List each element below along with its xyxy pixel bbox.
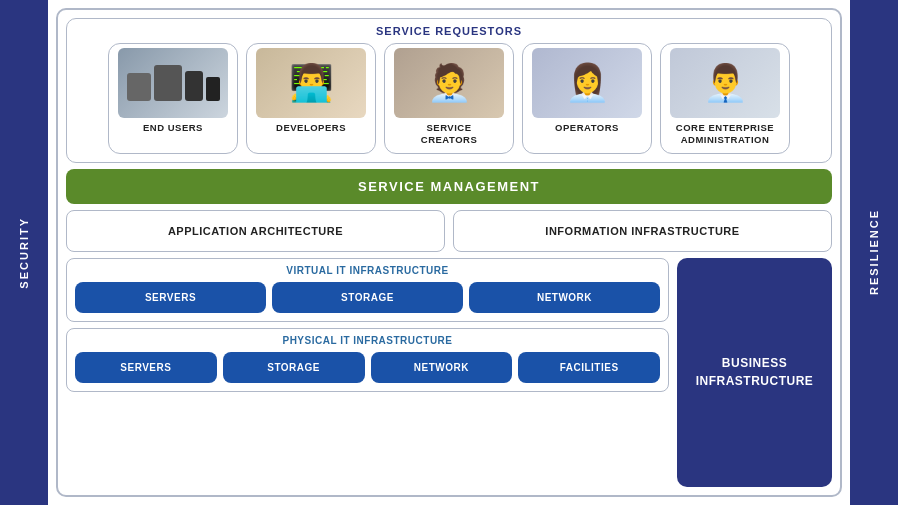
physical-it-buttons: SERVERS STORAGE NETWORK FACILITIES xyxy=(75,352,660,383)
info-infrastructure-label: INFORMATION INFRASTRUCTURE xyxy=(545,225,739,237)
virtual-storage-btn[interactable]: STORAGE xyxy=(272,282,463,313)
developer-icon: 👨‍💻 xyxy=(256,48,366,118)
devices-icon xyxy=(127,65,220,101)
virtual-it-group: VIRTUAL IT INFRASTRUCTURE SERVERS STORAG… xyxy=(66,258,669,322)
service-creator-icon: 🧑‍💼 xyxy=(394,48,504,118)
main-content: SERVICE REQUESTORS END USERS xyxy=(48,0,850,505)
card-image-operators: 👩‍💼 xyxy=(532,48,642,118)
virtual-network-btn[interactable]: NETWORK xyxy=(469,282,660,313)
phone2-device xyxy=(206,77,220,101)
physical-it-title: PHYSICAL IT INFRASTRUCTURE xyxy=(75,335,660,346)
requestors-row: END USERS 👨‍💻 DEVELOPERS 🧑‍💼 xyxy=(77,43,821,154)
enterprise-icon: 👨‍💼 xyxy=(670,48,780,118)
service-requestors-title: SERVICE REQUESTORS xyxy=(77,25,821,37)
card-end-users: END USERS xyxy=(108,43,238,154)
security-sidebar: SECURITY xyxy=(0,0,48,505)
card-label-operators: OPERATORS xyxy=(555,122,619,134)
main-layout: SECURITY SERVICE REQUESTORS xyxy=(0,0,898,505)
business-infrastructure-box: BUSINESSINFRASTRUCTURE xyxy=(677,258,832,487)
outer-border: SERVICE REQUESTORS END USERS xyxy=(56,8,842,497)
card-developers: 👨‍💻 DEVELOPERS xyxy=(246,43,376,154)
virtual-it-buttons: SERVERS STORAGE NETWORK xyxy=(75,282,660,313)
resilience-label: RESILIENCE xyxy=(868,209,880,295)
app-info-row: APPLICATION ARCHITECTURE INFORMATION INF… xyxy=(66,210,832,252)
physical-storage-btn[interactable]: STORAGE xyxy=(223,352,365,383)
card-image-core-enterprise: 👨‍💼 xyxy=(670,48,780,118)
it-infra-column: VIRTUAL IT INFRASTRUCTURE SERVERS STORAG… xyxy=(66,258,669,487)
bottom-section: VIRTUAL IT INFRASTRUCTURE SERVERS STORAG… xyxy=(66,258,832,487)
card-label-developers: DEVELOPERS xyxy=(276,122,346,134)
virtual-it-title: VIRTUAL IT INFRASTRUCTURE xyxy=(75,265,660,276)
business-infrastructure-label: BUSINESSINFRASTRUCTURE xyxy=(696,354,814,390)
card-service-creators: 🧑‍💼 SERVICE CREATORS xyxy=(384,43,514,154)
card-label-core-enterprise: CORE ENTERPRISE ADMINISTRATION xyxy=(676,122,774,147)
card-operators: 👩‍💼 OPERATORS xyxy=(522,43,652,154)
phone-device xyxy=(185,71,203,101)
app-architecture-box: APPLICATION ARCHITECTURE xyxy=(66,210,445,252)
card-image-developers: 👨‍💻 xyxy=(256,48,366,118)
service-requestors-section: SERVICE REQUESTORS END USERS xyxy=(66,18,832,163)
info-infrastructure-box: INFORMATION INFRASTRUCTURE xyxy=(453,210,832,252)
card-core-enterprise: 👨‍💼 CORE ENTERPRISE ADMINISTRATION xyxy=(660,43,790,154)
physical-servers-btn[interactable]: SERVERS xyxy=(75,352,217,383)
resilience-sidebar: RESILIENCE xyxy=(850,0,898,505)
security-label: SECURITY xyxy=(18,217,30,289)
card-image-service-creators: 🧑‍💼 xyxy=(394,48,504,118)
tablet-device xyxy=(154,65,182,101)
gps-device xyxy=(127,73,151,101)
operator-icon: 👩‍💼 xyxy=(532,48,642,118)
physical-facilities-btn[interactable]: FACILITIES xyxy=(518,352,660,383)
service-management-bar: SERVICE MANAGEMENT xyxy=(66,169,832,204)
app-architecture-label: APPLICATION ARCHITECTURE xyxy=(168,225,343,237)
service-management-label: SERVICE MANAGEMENT xyxy=(358,179,540,194)
card-label-service-creators: SERVICE CREATORS xyxy=(421,122,477,147)
physical-network-btn[interactable]: NETWORK xyxy=(371,352,513,383)
card-label-end-users: END USERS xyxy=(143,122,203,134)
physical-it-group: PHYSICAL IT INFRASTRUCTURE SERVERS STORA… xyxy=(66,328,669,392)
virtual-servers-btn[interactable]: SERVERS xyxy=(75,282,266,313)
card-image-end-users xyxy=(118,48,228,118)
